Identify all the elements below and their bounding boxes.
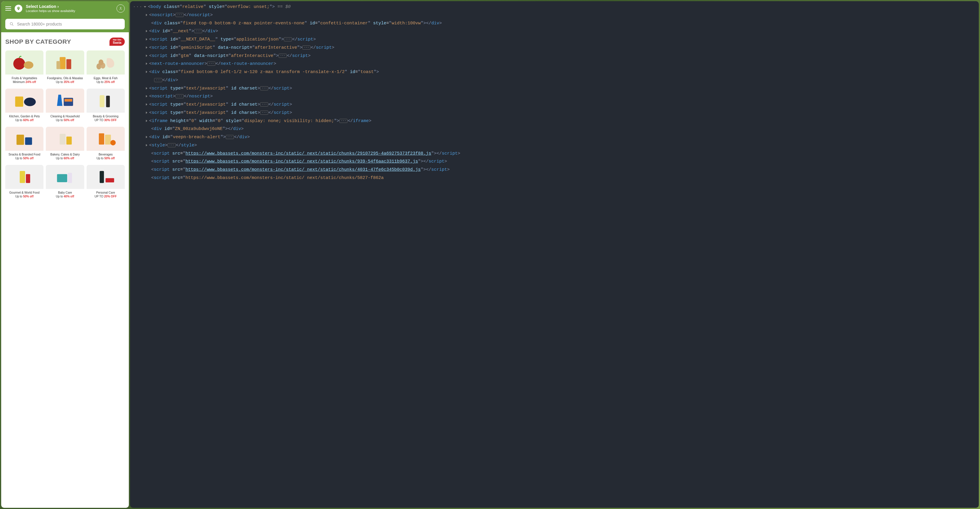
svg-point-12 [24,98,35,106]
category-image [5,165,43,189]
category-name: Bakery, Cakes & Dairy [46,152,83,156]
category-offer: Up to 50% off [46,118,83,122]
category-card[interactable]: BeveragesUp to 50% off [87,127,125,163]
dom-tree[interactable]: ···<body class="relative" style="overflo… [133,3,976,182]
svg-rect-19 [60,134,65,144]
svg-rect-24 [20,171,25,183]
category-name: Snacks & Branded Food [6,152,43,156]
svg-rect-25 [26,174,30,183]
svg-rect-21 [99,133,104,144]
category-image [87,51,125,75]
category-card[interactable]: Cleaning & HouseholdUp to 50% off [46,89,84,124]
svg-point-1 [10,22,13,25]
svg-rect-11 [15,97,23,107]
dom-node[interactable]: <noscript>···</noscript> [133,92,976,101]
svg-rect-20 [66,137,72,144]
category-image [87,89,125,113]
category-offer: Up to 40% off [46,195,83,198]
category-label: Bakery, Cakes & DairyUp to 60% off [46,151,84,163]
category-label: BeveragesUp to 50% off [87,151,125,163]
dom-node[interactable]: <script id="geminiScript" data-nscript="… [133,44,976,52]
devtools-elements-panel[interactable]: ···<body class="relative" style="overflo… [130,1,979,508]
category-offer: Minimum 24% off [6,80,43,84]
dom-node[interactable]: <div class="fixed bottom-0 left-1/2 w-12… [133,68,976,76]
category-name: Kitchen, Garden & Pets [6,114,43,118]
dom-node[interactable]: <div id="ZN_00za9ubdwvj6oNE"></div> [133,125,976,133]
app-header: Select Location › Location helps us show… [1,1,129,16]
dom-node[interactable]: <script type="text/javascript" id charse… [133,101,976,109]
svg-rect-22 [105,135,111,144]
category-name: Foodgrains, Oils & Masalas [46,76,83,80]
dom-node[interactable]: <style>···</style> [133,141,976,150]
category-card[interactable]: Kitchen, Garden & PetsUp to 60% off [5,89,43,124]
dom-node[interactable]: <iframe height="0" width="0" style="disp… [133,117,976,125]
svg-rect-28 [100,171,104,183]
dom-node[interactable]: <script id="__NEXT_DATA__" type="applica… [133,35,976,44]
category-name: Cleaning & Household [46,114,83,118]
hardin-sasta-badge: Har Din Sasta [110,38,125,46]
category-label: Snacks & Branded FoodUp to 50% off [5,151,43,163]
category-label: Fruits & VegetablesMinimum 24% off [5,75,43,86]
category-offer: Up to 60% off [6,118,43,122]
category-label: Beauty & GroomingUP TO 30% OFF [87,113,125,124]
category-grid: Fruits & VegetablesMinimum 24% offFoodgr… [5,51,125,201]
category-offer: Up to 50% off [6,156,43,160]
category-card[interactable]: Foodgrains, Oils & MasalasUp to 35% off [46,51,84,86]
svg-rect-27 [68,173,72,183]
dom-node[interactable]: <script src="https://www.bbassets.com/mo… [133,174,976,182]
category-name: Eggs, Meat & Fish [87,76,124,80]
category-image [87,165,125,189]
svg-rect-17 [16,135,24,145]
category-label: Gourmet & World FoodUp to 50% off [5,189,43,201]
dom-node[interactable]: <div id="veepn-breach-alert">···</div> [133,133,976,141]
dom-node[interactable]: <next-route-announcer>···</next-route-an… [133,60,976,68]
svg-rect-6 [66,59,71,69]
profile-icon[interactable] [116,5,125,13]
svg-rect-29 [106,178,114,183]
dom-node[interactable]: <div id="__next">···</div> [133,27,976,35]
search-input[interactable]: Search 18000+ products [5,19,125,29]
chevron-right-icon: › [57,4,59,9]
category-offer: Up to 50% off [87,156,124,160]
dom-node[interactable]: <script type="text/javascript" id charse… [133,84,976,93]
category-image [46,89,84,113]
svg-rect-7 [56,61,60,69]
svg-point-23 [110,140,116,146]
content-area[interactable]: SHOP BY CATEGORY Har Din Sasta Fruits & … [1,32,129,508]
category-name: Fruits & Vegetables [6,76,43,80]
category-card[interactable]: Personal CareUP TO 20% OFF [87,165,125,201]
category-image [5,51,43,75]
category-image [5,89,43,113]
svg-rect-5 [60,57,65,69]
dom-node[interactable]: <script src="https://www.bbassets.com/mo… [133,150,976,158]
category-card[interactable]: Eggs, Meat & FishUp to 25% off [87,51,125,86]
dom-node[interactable]: <script src="https://www.bbassets.com/mo… [133,166,976,174]
category-card[interactable]: Fruits & VegetablesMinimum 24% off [5,51,43,86]
svg-line-2 [12,25,13,25]
dom-node[interactable]: <script src="https://www.bbassets.com/mo… [133,157,976,166]
dom-node[interactable]: ···<body class="relative" style="overflo… [133,3,976,11]
location-selector[interactable]: Select Location › Location helps us show… [26,4,113,13]
category-card[interactable]: Snacks & Branded FoodUp to 50% off [5,127,43,163]
category-card[interactable]: Baby CareUp to 40% off [46,165,84,201]
dom-node[interactable]: ···</div> [133,76,976,84]
svg-rect-26 [57,174,67,182]
location-subtitle: Location helps us show availability [26,9,113,13]
category-card[interactable]: Beauty & GroomingUP TO 30% OFF [87,89,125,124]
category-name: Beauty & Grooming [87,114,124,118]
dom-node[interactable]: <div class="fixed top-0 bottom-0 z-max p… [133,19,976,28]
location-pin-icon[interactable] [15,5,22,12]
dom-node[interactable]: <script type="text/javascript" id charse… [133,109,976,117]
category-card[interactable]: Gourmet & World FoodUp to 50% off [5,165,43,201]
category-label: Personal CareUP TO 20% OFF [87,189,125,201]
category-card[interactable]: Bakery, Cakes & DairyUp to 60% off [46,127,84,163]
category-offer: Up to 60% off [46,156,83,160]
dom-node[interactable]: <script id="gtm" data-nscript="afterInte… [133,52,976,60]
category-name: Gourmet & World Food [6,191,43,195]
search-placeholder: Search 18000+ products [17,22,62,26]
category-image [46,165,84,189]
dom-node[interactable]: <noscript>···</noscript> [133,11,976,19]
category-image [87,127,125,151]
menu-icon[interactable] [5,6,11,11]
category-name: Personal Care [87,191,124,195]
